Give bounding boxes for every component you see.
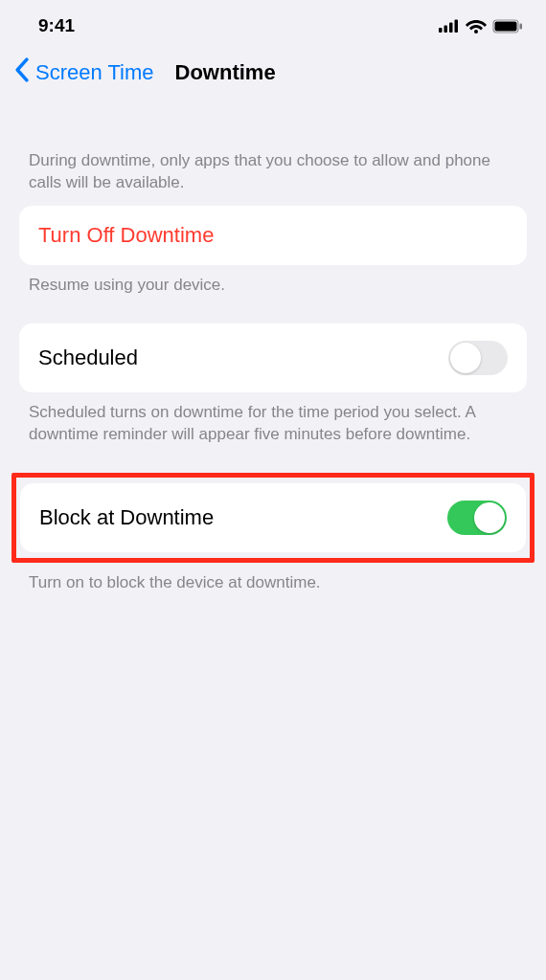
svg-rect-6 [495, 21, 517, 31]
intro-description: During downtime, only apps that you choo… [0, 150, 546, 194]
cellular-signal-icon [439, 19, 460, 33]
scheduled-subtext: Scheduled turns on downtime for the time… [0, 402, 546, 446]
status-icons [439, 18, 523, 33]
wifi-icon [466, 18, 487, 33]
turn-off-subtext: Resume using your device. [0, 275, 546, 297]
svg-rect-0 [439, 28, 443, 33]
toggle-knob [450, 343, 481, 373]
scheduled-label: Scheduled [38, 345, 138, 370]
chevron-left-icon[interactable] [13, 57, 30, 87]
turn-off-downtime-label: Turn Off Downtime [38, 223, 214, 248]
toggle-knob [474, 502, 505, 533]
battery-icon [492, 19, 523, 33]
svg-rect-3 [455, 20, 459, 33]
back-button-label[interactable]: Screen Time [35, 60, 154, 85]
highlight-frame: Block at Downtime [11, 473, 535, 563]
block-at-downtime-label: Block at Downtime [39, 505, 214, 530]
svg-rect-7 [520, 23, 523, 29]
page-title: Downtime [175, 60, 276, 85]
svg-rect-1 [444, 26, 448, 33]
status-time: 9:41 [38, 15, 75, 36]
nav-header: Screen Time Downtime [0, 48, 546, 100]
block-at-downtime-row: Block at Downtime [20, 483, 526, 552]
svg-rect-2 [449, 23, 453, 33]
scheduled-row: Scheduled [19, 323, 527, 392]
block-at-downtime-toggle[interactable] [447, 501, 507, 535]
scheduled-toggle[interactable] [448, 341, 508, 375]
status-bar: 9:41 [0, 0, 546, 48]
turn-off-downtime-button[interactable]: Turn Off Downtime [19, 206, 527, 265]
block-subtext: Turn on to block the device at downtime. [0, 572, 546, 594]
svg-point-4 [474, 30, 478, 33]
